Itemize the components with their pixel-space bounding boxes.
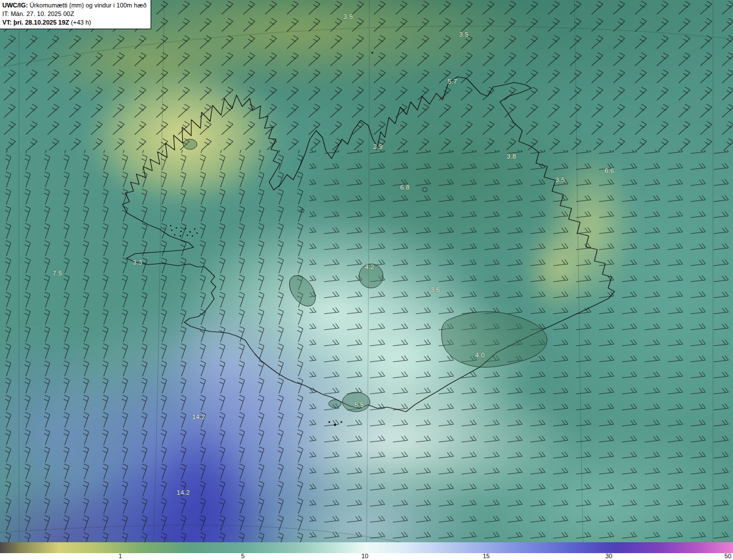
colorbar-tick-label: 30	[605, 553, 612, 559]
colorbar-tick-label: 10	[361, 553, 368, 559]
colorbar-tick-label: 50	[724, 553, 731, 559]
colorbar-ticks: 1510153050	[0, 553, 733, 560]
precipitation-wind-map	[0, 0, 733, 542]
colorbar-tick-label: 1	[119, 553, 122, 559]
weather-map-app: 3.53.55.72.93.86.63.56.83.37.54.23.64.05…	[0, 0, 733, 560]
model-title: Úrkomumætti (mm) og vindur i 100m hæð	[28, 2, 147, 9]
colorbar-tick-label: 15	[483, 553, 490, 559]
map-title-box: UWC/IG: Úrkomumætti (mm) og vindur i 100…	[0, 0, 151, 29]
model-title-line: UWC/IG: Úrkomumætti (mm) og vindur i 100…	[2, 1, 147, 10]
init-time-line: IT: Mán. 27. 10. 2025 00Z	[2, 10, 147, 18]
init-label: IT:	[2, 10, 9, 17]
valid-time-line: VT: þri. 28.10.2025 19Z (+43 h)	[2, 18, 147, 27]
model-label: UWC/IG:	[2, 2, 28, 9]
valid-label: VT:	[2, 19, 12, 26]
colorbar-tick-label: 5	[241, 553, 245, 559]
init-time: Mán. 27. 10. 2025 00Z	[9, 10, 74, 17]
valid-offset: (+43 h)	[69, 19, 91, 26]
precipitation-colorbar: 1510153050	[0, 542, 733, 560]
valid-time: þri. 28.10.2025 19Z	[12, 19, 69, 26]
colorbar-gradient	[0, 542, 733, 553]
